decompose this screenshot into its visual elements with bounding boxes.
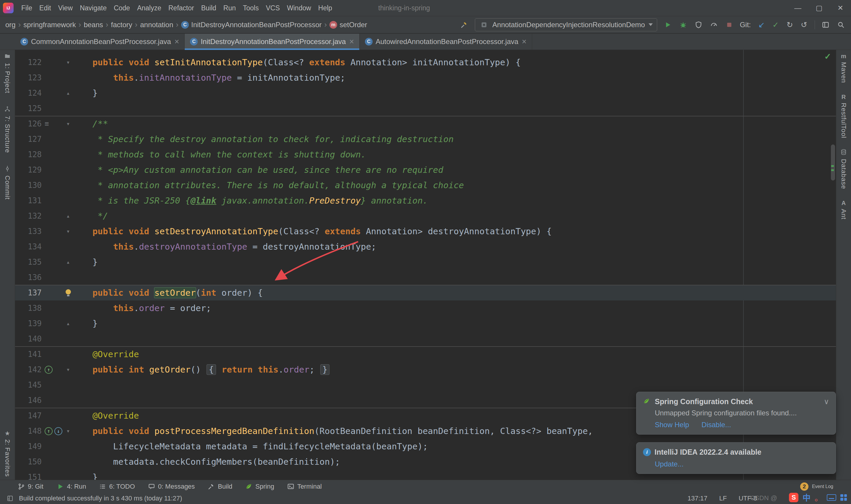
code-text[interactable]: @Override [75,349,139,359]
code-text[interactable]: LifecycleMetadata metadata = findLifecyc… [75,442,428,451]
menu-item-file[interactable]: File [18,0,36,16]
menu-item-refactor[interactable]: Refactor [165,0,198,16]
menu-item-tools[interactable]: Tools [239,0,262,16]
app-icon[interactable] [479,20,489,30]
close-button[interactable]: ✕ [830,0,851,16]
code-text[interactable]: public void setOrder(int order) { [75,288,263,298]
ime-language-toggle[interactable]: 中 [802,491,811,503]
inspections-ok-icon[interactable]: ✓ [825,52,831,61]
code-text[interactable]: public int getOrder() { return this.orde… [75,364,330,375]
tool-stripe-button-restfultool[interactable]: RRestfulTool [840,94,848,138]
fold-marker-icon[interactable]: ▾ [66,59,70,66]
ime-punctuation-toggle[interactable]: 。 [815,491,822,503]
code-text[interactable]: public void setDestroyAnnotationType(Cla… [75,226,552,236]
menu-item-run[interactable]: Run [220,0,239,16]
stop-icon[interactable] [725,20,734,30]
code-text[interactable]: this.order = order; [75,303,211,313]
code-text[interactable]: * annotation attributes. There is no def… [75,180,464,190]
code-text[interactable]: */ [75,211,108,221]
tool-stripe-button-1-project[interactable]: 1: Project [3,53,11,93]
update-link[interactable]: Update... [655,460,684,468]
menu-item-window[interactable]: Window [283,0,315,16]
hammer-icon[interactable] [459,20,469,30]
fold-marker-icon[interactable]: ▴ [66,213,70,219]
breadcrumb-initdestroyannotationbeanpostprocessor[interactable]: CInitDestroyAnnotationBeanPostProcessor [181,21,322,29]
code-text[interactable]: * <p>Any custom annotation can be used, … [75,165,443,175]
coverage-icon[interactable] [694,20,703,30]
tool-stripe-button-database[interactable]: Database [840,149,848,189]
tool-stripe-button-2-favorites[interactable]: ★2: Favorites [3,430,11,477]
disable-link[interactable]: Disable... [702,421,731,429]
layout-icon[interactable] [821,20,830,30]
menu-item-view[interactable]: View [55,0,76,16]
code-text[interactable]: } [75,257,97,267]
breadcrumb-annotation[interactable]: annotation [140,21,173,29]
code-text[interactable]: * methods to call when the context is sh… [75,149,366,160]
code-text[interactable]: public void setInitAnnotationType(Class<… [75,57,521,67]
fold-marker-icon[interactable]: ▴ [66,90,70,96]
code-text[interactable]: metadata.checkConfigMembers(beanDefiniti… [75,457,340,467]
menu-item-build[interactable]: Build [198,0,220,16]
menu-item-vcs[interactable]: VCS [262,0,283,16]
keyboard-icon[interactable] [827,494,836,501]
code-text[interactable]: * Specify the destroy annotation to chec… [75,134,454,144]
editor-tab-autowiredannotationbeanpostprocessor-java[interactable]: CAutowiredAnnotationBeanPostProcessor.ja… [360,34,532,50]
commit-check-icon[interactable]: ✓ [771,20,780,30]
tool-window-button-terminal[interactable]: Terminal [287,483,322,490]
breadcrumb-org[interactable]: org [5,21,16,29]
code-text[interactable]: /** [75,119,108,129]
tool-windows-toggle-icon[interactable] [5,494,15,503]
caret-position-widget[interactable]: 137:17 [688,494,707,502]
menu-item-analyze[interactable]: Analyze [133,0,165,16]
breadcrumb-beans[interactable]: beans [84,21,103,29]
tool-stripe-button-ant[interactable]: AAnt [840,200,848,219]
close-tab-icon[interactable]: × [175,37,179,47]
event-log-widget[interactable]: 2 Event Log [800,482,833,491]
run-icon[interactable] [663,20,672,30]
code-text[interactable]: this.destroyAnnotationType = destroyAnno… [75,242,376,252]
update-icon[interactable]: ↙ [757,20,766,30]
tool-stripe-button-7-structure[interactable]: 7: Structure [3,106,11,153]
fold-marker-icon[interactable]: ▾ [66,367,70,373]
chevron-collapse-icon[interactable]: ∨ [824,397,829,406]
override-method-icon[interactable]: ↑ [44,366,53,374]
tool-window-button-spring[interactable]: Spring [245,483,274,490]
breadcrumb-setorder[interactable]: msetOrder [329,21,367,29]
breadcrumb-springframework[interactable]: springframework [23,21,76,29]
render-doc-icon[interactable]: ≡ [44,120,49,127]
editor-tab-commonannotationbeanpostprocessor-java[interactable]: CCommonAnnotationBeanPostProcessor.java× [15,34,185,50]
ime-grid-icon[interactable] [840,494,847,501]
menu-item-code[interactable]: Code [110,0,133,16]
rollback-icon[interactable]: ↺ [799,20,809,30]
profiler-icon[interactable] [709,20,719,30]
code-text[interactable]: @Override [75,411,139,421]
fold-marker-icon[interactable]: ▾ [66,121,70,127]
tool-stripe-button-maven[interactable]: mMaven [840,53,848,83]
code-text[interactable]: public void postProcessMergedBeanDefinit… [75,426,593,436]
tool-window-button-0-messages[interactable]: 0: Messages [148,483,195,490]
code-text[interactable]: } [75,472,97,480]
run-configuration-select[interactable]: AnnotationDependencyInjectionResolutionD… [475,18,657,31]
fold-marker-icon[interactable]: ▾ [66,428,70,434]
overridden-method-icon[interactable]: ↓ [54,427,62,435]
menu-item-help[interactable]: Help [315,0,336,16]
menu-item-navigate[interactable]: Navigate [76,0,110,16]
breadcrumb-factory[interactable]: factory [111,21,132,29]
show-help-link[interactable]: Show Help [655,421,689,429]
menu-item-edit[interactable]: Edit [36,0,55,16]
sogou-logo-icon[interactable]: S [789,493,798,502]
line-separator-widget[interactable]: LF [719,494,727,502]
history-icon[interactable]: ↻ [785,20,795,30]
close-tab-icon[interactable]: × [349,37,354,47]
maximize-button[interactable]: ▢ [809,0,830,16]
code-text[interactable]: } [75,319,97,328]
editor-scrollbar[interactable] [831,144,835,180]
override-method-icon[interactable]: ↑ [44,427,53,435]
editor-tab-initdestroyannotationbeanpostprocessor-java[interactable]: CInitDestroyAnnotationBeanPostProcessor.… [185,34,360,50]
code-text[interactable]: } [75,88,97,98]
fold-marker-icon[interactable]: ▴ [66,321,70,327]
tool-window-button-6-todo[interactable]: 6: TODO [99,483,135,490]
fold-marker-icon[interactable]: ▴ [66,259,70,265]
close-tab-icon[interactable]: × [522,37,527,47]
search-icon[interactable] [836,20,846,30]
